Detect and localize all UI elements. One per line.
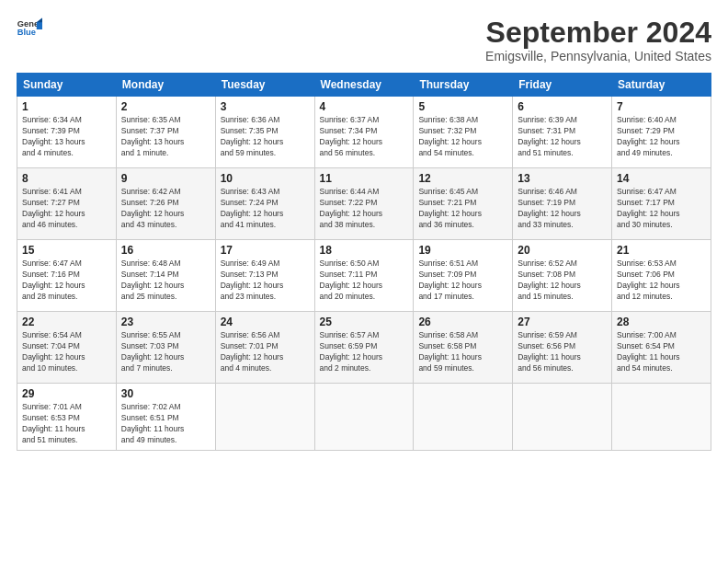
day-info: Sunrise: 6:34 AM Sunset: 7:39 PM Dayligh… [22,115,111,159]
calendar-cell [215,384,314,451]
calendar-cell: 28Sunrise: 7:00 AM Sunset: 6:54 PM Dayli… [612,312,711,384]
calendar-week-row-1: 1Sunrise: 6:34 AM Sunset: 7:39 PM Daylig… [17,97,711,168]
calendar-cell: 15Sunrise: 6:47 AM Sunset: 7:16 PM Dayli… [17,240,117,312]
calendar-cell: 17Sunrise: 6:49 AM Sunset: 7:13 PM Dayli… [215,240,314,312]
month-title: September 2024 [485,17,711,49]
calendar-cell [513,384,612,451]
calendar-week-row-2: 8Sunrise: 6:41 AM Sunset: 7:27 PM Daylig… [17,168,711,240]
day-number: 11 [320,172,409,185]
day-info: Sunrise: 7:00 AM Sunset: 6:54 PM Dayligh… [617,330,706,374]
day-number: 4 [320,100,409,113]
day-info: Sunrise: 6:47 AM Sunset: 7:16 PM Dayligh… [22,259,111,303]
calendar-cell: 14Sunrise: 6:47 AM Sunset: 7:17 PM Dayli… [612,168,711,240]
day-info: Sunrise: 6:56 AM Sunset: 7:01 PM Dayligh… [221,330,310,374]
calendar-cell [314,384,414,451]
day-info: Sunrise: 6:38 AM Sunset: 7:32 PM Dayligh… [418,115,507,159]
calendar-weekday-saturday: Saturday [612,74,711,97]
day-number: 29 [22,387,111,400]
calendar-cell: 3Sunrise: 6:36 AM Sunset: 7:35 PM Daylig… [215,97,314,168]
day-info: Sunrise: 6:36 AM Sunset: 7:35 PM Dayligh… [221,115,310,159]
day-number: 30 [121,387,210,400]
calendar-week-row-4: 22Sunrise: 6:54 AM Sunset: 7:04 PM Dayli… [17,312,711,384]
day-info: Sunrise: 6:35 AM Sunset: 7:37 PM Dayligh… [121,115,210,159]
day-info: Sunrise: 6:47 AM Sunset: 7:17 PM Dayligh… [617,187,706,231]
day-number: 1 [22,100,111,113]
day-info: Sunrise: 6:54 AM Sunset: 7:04 PM Dayligh… [22,330,111,374]
calendar-week-row-3: 15Sunrise: 6:47 AM Sunset: 7:16 PM Dayli… [17,240,711,312]
day-info: Sunrise: 7:02 AM Sunset: 6:51 PM Dayligh… [121,402,210,446]
calendar-cell: 16Sunrise: 6:48 AM Sunset: 7:14 PM Dayli… [116,240,215,312]
day-number: 9 [121,172,210,185]
day-info: Sunrise: 6:37 AM Sunset: 7:34 PM Dayligh… [320,115,409,159]
calendar-cell [414,384,513,451]
day-info: Sunrise: 6:42 AM Sunset: 7:26 PM Dayligh… [121,187,210,231]
day-number: 27 [518,316,607,328]
day-info: Sunrise: 6:53 AM Sunset: 7:06 PM Dayligh… [617,259,706,303]
day-number: 26 [418,316,507,328]
day-info: Sunrise: 7:01 AM Sunset: 6:53 PM Dayligh… [22,402,111,446]
day-info: Sunrise: 6:52 AM Sunset: 7:08 PM Dayligh… [518,259,607,303]
calendar-cell: 13Sunrise: 6:46 AM Sunset: 7:19 PM Dayli… [513,168,612,240]
calendar-cell: 18Sunrise: 6:50 AM Sunset: 7:11 PM Dayli… [314,240,414,312]
svg-text:Blue: Blue [17,28,36,37]
day-number: 21 [617,244,706,257]
calendar-cell: 11Sunrise: 6:44 AM Sunset: 7:22 PM Dayli… [314,168,414,240]
day-info: Sunrise: 6:41 AM Sunset: 7:27 PM Dayligh… [22,187,111,231]
day-info: Sunrise: 6:39 AM Sunset: 7:31 PM Dayligh… [518,115,607,159]
day-info: Sunrise: 6:59 AM Sunset: 6:56 PM Dayligh… [518,330,607,374]
day-number: 10 [221,172,310,185]
day-info: Sunrise: 6:55 AM Sunset: 7:03 PM Dayligh… [121,330,210,374]
calendar-cell: 19Sunrise: 6:51 AM Sunset: 7:09 PM Dayli… [414,240,513,312]
calendar-cell: 27Sunrise: 6:59 AM Sunset: 6:56 PM Dayli… [513,312,612,384]
calendar-cell: 30Sunrise: 7:02 AM Sunset: 6:51 PM Dayli… [116,384,215,451]
calendar-weekday-tuesday: Tuesday [215,74,314,97]
day-number: 24 [221,316,310,328]
day-number: 8 [22,172,111,185]
logo-icon: General Blue [17,17,42,42]
page-header: General Blue September 2024 Emigsville, … [17,17,711,63]
calendar-week-row-5: 29Sunrise: 7:01 AM Sunset: 6:53 PM Dayli… [17,384,711,451]
day-info: Sunrise: 6:51 AM Sunset: 7:09 PM Dayligh… [418,259,507,303]
day-number: 5 [418,100,507,113]
day-number: 23 [121,316,210,328]
day-info: Sunrise: 6:40 AM Sunset: 7:29 PM Dayligh… [617,115,706,159]
day-number: 22 [22,316,111,328]
day-number: 2 [121,100,210,113]
day-info: Sunrise: 6:58 AM Sunset: 6:58 PM Dayligh… [418,330,507,374]
day-number: 14 [617,172,706,185]
calendar-cell: 9Sunrise: 6:42 AM Sunset: 7:26 PM Daylig… [116,168,215,240]
calendar-cell: 21Sunrise: 6:53 AM Sunset: 7:06 PM Dayli… [612,240,711,312]
calendar-cell: 2Sunrise: 6:35 AM Sunset: 7:37 PM Daylig… [116,97,215,168]
day-number: 15 [22,244,111,257]
calendar-cell: 7Sunrise: 6:40 AM Sunset: 7:29 PM Daylig… [612,97,711,168]
calendar-cell: 23Sunrise: 6:55 AM Sunset: 7:03 PM Dayli… [116,312,215,384]
calendar-cell: 22Sunrise: 6:54 AM Sunset: 7:04 PM Dayli… [17,312,117,384]
day-info: Sunrise: 6:50 AM Sunset: 7:11 PM Dayligh… [320,259,409,303]
day-number: 7 [617,100,706,113]
day-number: 18 [320,244,409,257]
day-info: Sunrise: 6:44 AM Sunset: 7:22 PM Dayligh… [320,187,409,231]
calendar-cell: 20Sunrise: 6:52 AM Sunset: 7:08 PM Dayli… [513,240,612,312]
location: Emigsville, Pennsylvania, United States [485,49,711,63]
day-number: 19 [418,244,507,257]
calendar-cell: 4Sunrise: 6:37 AM Sunset: 7:34 PM Daylig… [314,97,414,168]
calendar-cell [612,384,711,451]
calendar-cell: 10Sunrise: 6:43 AM Sunset: 7:24 PM Dayli… [215,168,314,240]
calendar-weekday-wednesday: Wednesday [314,74,414,97]
calendar-cell: 6Sunrise: 6:39 AM Sunset: 7:31 PM Daylig… [513,97,612,168]
calendar-cell: 24Sunrise: 6:56 AM Sunset: 7:01 PM Dayli… [215,312,314,384]
day-number: 17 [221,244,310,257]
calendar-weekday-friday: Friday [513,74,612,97]
day-number: 25 [320,316,409,328]
day-info: Sunrise: 6:48 AM Sunset: 7:14 PM Dayligh… [121,259,210,303]
day-number: 3 [221,100,310,113]
logo: General Blue [17,17,42,42]
day-info: Sunrise: 6:49 AM Sunset: 7:13 PM Dayligh… [221,259,310,303]
calendar-header-row: SundayMondayTuesdayWednesdayThursdayFrid… [17,74,711,97]
title-block: September 2024 Emigsville, Pennsylvania,… [485,17,711,63]
calendar-weekday-thursday: Thursday [414,74,513,97]
day-info: Sunrise: 6:57 AM Sunset: 6:59 PM Dayligh… [320,330,409,374]
calendar-cell: 8Sunrise: 6:41 AM Sunset: 7:27 PM Daylig… [17,168,117,240]
day-number: 28 [617,316,706,328]
calendar-cell: 25Sunrise: 6:57 AM Sunset: 6:59 PM Dayli… [314,312,414,384]
